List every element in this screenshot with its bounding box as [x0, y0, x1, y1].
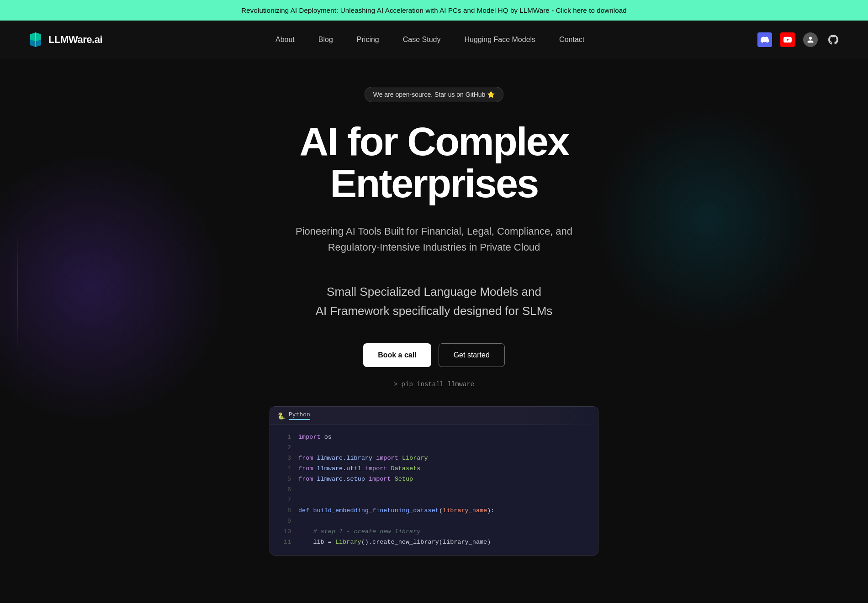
code-line-11: 11 lib = Library().create_new_library(li…	[270, 537, 598, 548]
hero-tagline-line2: AI Framework specifically designed for S…	[316, 302, 553, 321]
nav-case-study[interactable]: Case Study	[403, 36, 441, 43]
code-body: 1 import os 2 3 from llmware.library imp…	[270, 425, 598, 555]
book-call-button[interactable]: Book a call	[363, 343, 431, 367]
pip-command[interactable]: > pip install llmware	[394, 381, 474, 388]
code-line-2: 2	[270, 443, 598, 453]
hero-title: AI for Complex Enterprises	[228, 121, 640, 205]
left-accent-line	[17, 233, 18, 351]
python-tab-label[interactable]: Python	[289, 411, 310, 420]
navigation: LLMWare.ai About Blog Pricing Case Study…	[0, 21, 868, 59]
code-line-3: 3 from llmware.library import Library	[270, 453, 598, 464]
hero-tagline: Small Specialized Language Models and AI…	[316, 283, 553, 320]
youtube-icon[interactable]	[780, 32, 795, 47]
code-line-5: 5 from llmware.setup import Setup	[270, 474, 598, 485]
user-icon[interactable]	[803, 32, 818, 47]
logo-text: LLMWare.ai	[48, 34, 102, 46]
nav-links: About Blog Pricing Case Study Hugging Fa…	[275, 36, 584, 44]
code-line-6: 6	[270, 485, 598, 495]
hero-tagline-line1: Small Specialized Language Models and	[316, 283, 553, 302]
announcement-banner[interactable]: Revolutionizing AI Deployment: Unleashin…	[0, 0, 868, 21]
code-line-4: 4 from llmware.util import Datasets	[270, 464, 598, 474]
nav-pricing[interactable]: Pricing	[357, 36, 379, 43]
logo[interactable]: LLMWare.ai	[27, 31, 102, 48]
code-line-9: 9	[270, 516, 598, 527]
logo-icon	[27, 31, 44, 48]
hero-buttons: Book a call Get started	[363, 343, 505, 367]
nav-about[interactable]: About	[275, 36, 295, 43]
nav-contact[interactable]: Contact	[559, 36, 584, 43]
hero-subtitle: Pioneering AI Tools Built for Financial,…	[274, 223, 594, 255]
github-icon[interactable]	[826, 32, 841, 47]
discord-icon[interactable]	[757, 32, 772, 47]
github-badge[interactable]: We are open-source. Star us on GitHub ⭐	[365, 87, 504, 102]
code-panel-header: 🐍 Python	[270, 407, 598, 425]
code-line-7: 7	[270, 495, 598, 506]
code-line-8: 8 def build_embedding_finetuning_dataset…	[270, 506, 598, 516]
nav-social-icons	[757, 32, 841, 47]
hero-section: We are open-source. Star us on GitHub ⭐ …	[0, 59, 868, 598]
get-started-button[interactable]: Get started	[439, 343, 505, 367]
code-line-10: 10 # step 1 - create new library	[270, 527, 598, 537]
python-icon: 🐍	[277, 412, 285, 419]
nav-blog[interactable]: Blog	[318, 36, 333, 43]
code-line-1: 1 import os	[270, 432, 598, 443]
nav-hugging-face[interactable]: Hugging Face Models	[464, 36, 535, 43]
code-panel: 🐍 Python 1 import os 2 3 from llmware.li…	[270, 406, 598, 555]
